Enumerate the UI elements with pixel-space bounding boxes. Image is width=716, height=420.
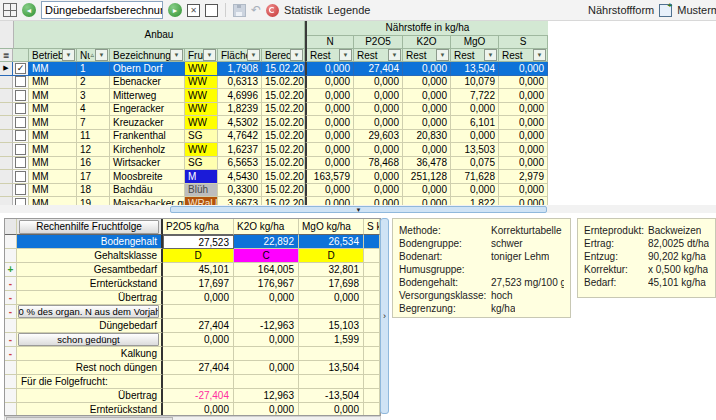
calc-value-cell[interactable]: 17,698 [299,277,364,291]
cell-rest-n[interactable]: 0,000 [305,89,354,103]
cell-rest-s[interactable]: 0,000 [499,62,548,76]
calc-row-label-button[interactable]: schon gedüngt [18,333,159,346]
cell-rest-mgo[interactable]: 6,101 [451,116,499,130]
calc-row-label[interactable]: Ernterückstand [17,277,163,291]
cell-betrieb[interactable]: MM [29,62,77,76]
calc-value-cell[interactable]: 22,892 [234,235,299,249]
calc-row-label[interactable]: Ernterückstand [17,403,163,416]
table-row[interactable]: MM11FrankenthalSG4,764215.02.20180,00029… [0,130,548,144]
calc-value-cell[interactable] [299,375,364,389]
calc-row-label[interactable]: Bodengehalt [17,235,163,249]
filter-icon[interactable]: ▼ [62,49,75,61]
cell-berechnung[interactable]: 15.02.2018 [262,184,305,198]
filter-icon[interactable]: ▼ [247,49,260,61]
row-indicator-cell[interactable] [0,143,13,157]
save-icon[interactable] [233,4,246,17]
cell-rest-p2o5[interactable]: 29,603 [354,130,403,144]
cell-nummer[interactable]: 7 [77,116,110,130]
column-header[interactable]: Rest▼ [451,49,499,62]
cell-bezeichnung[interactable]: Ebenacker [110,76,185,90]
cell-rest-p2o5[interactable]: 0,000 [354,103,403,117]
row-select-cell[interactable] [13,103,29,117]
row-indicator-cell[interactable] [0,76,13,90]
calc-value-cell[interactable]: 1,599 [299,333,364,347]
cell-berechnung[interactable]: 15.02.2018 [262,170,305,184]
calc-value-cell[interactable]: 32,801 [299,263,364,277]
cell-rest-k2o[interactable]: 0,000 [403,184,451,198]
cell-rest-mgo[interactable]: 13,503 [451,143,499,157]
cell-frucht[interactable]: SG [185,157,218,171]
cell-frucht[interactable]: WW [185,89,218,103]
view-select[interactable]: Düngebedarfsberechnung ▼ [41,1,163,19]
cell-rest-s[interactable]: 0,000 [499,143,548,157]
calc-row-label-button[interactable]: 10 % des organ. N aus dem Vorjahr [18,305,159,318]
row-select-cell[interactable] [13,157,29,171]
calc-value-cell[interactable]: -27,404 [163,389,234,403]
cell-rest-p2o5[interactable]: 0,000 [354,170,403,184]
calc-row[interactable]: -Ernterückstand17,697176,96717,698 [5,277,380,291]
column-header[interactable]: Rest▼ [499,49,548,62]
calc-row-label[interactable]: Für die Folgefrucht: [17,375,163,389]
calc-value-cell[interactable] [299,305,364,319]
cell-rest-k2o[interactable]: 0,000 [403,62,451,76]
row-select-cell[interactable] [13,116,29,130]
filter-icon[interactable]: ▼ [533,49,546,61]
cell-betrieb[interactable]: MM [29,184,77,198]
cell-rest-p2o5[interactable]: 0,000 [354,184,403,198]
table-row[interactable]: MM12KirchenholzWW1,623715.02.20180,0000,… [0,143,548,157]
row-checkbox[interactable] [15,117,26,128]
cell-bezeichnung[interactable]: Wirtsacker [110,157,185,171]
calc-value-cell[interactable]: 17,697 [163,277,234,291]
column-header[interactable]: Bezeichnung▼ [110,49,185,62]
cell-rest-k2o[interactable]: 20,830 [403,130,451,144]
calc-value-cell[interactable] [234,375,299,389]
column-header[interactable]: Berechnu▼ [262,49,305,62]
cell-nummer[interactable]: 1 [77,62,110,76]
calc-value-cell[interactable] [364,361,380,375]
row-indicator-cell[interactable]: ▶ [0,62,13,76]
cell-berechnung[interactable]: 15.02.2018 [262,143,305,157]
cell-betrieb[interactable]: MM [29,89,77,103]
cell-bezeichnung[interactable]: Mitterweg [110,89,185,103]
calc-value-cell[interactable]: 45,101 [163,263,234,277]
column-header[interactable]: Rest▼ [305,49,354,62]
row-select-cell[interactable] [13,89,29,103]
cell-rest-s[interactable]: 0,000 [499,76,548,90]
row-indicator-cell[interactable] [0,170,13,184]
row-indicator-cell[interactable] [0,103,13,117]
calc-row[interactable]: -schon gedüngt0,0000,0001,599 [5,333,380,347]
statistik-button[interactable]: Statistik [284,4,323,16]
cell-flaeche[interactable]: 4,5430 [218,170,262,184]
row-select-cell[interactable] [13,76,29,90]
row-checkbox[interactable] [15,90,26,101]
row-checkbox[interactable] [15,157,26,168]
undo-icon[interactable]: ↶ [251,4,261,16]
table-row[interactable]: MM16WirtsackerSG6,565315.02.20180,00078,… [0,157,548,171]
table-row[interactable]: MM3MitterwegWW4,699615.02.20180,0000,000… [0,89,548,103]
cell-rest-mgo[interactable]: 13,504 [451,62,499,76]
calc-value-cell[interactable] [364,333,380,347]
calc-value-cell[interactable]: 0,000 [234,361,299,375]
column-header[interactable]: Frucht▼ [185,49,218,62]
calc-value-cell[interactable] [364,249,380,263]
window-layout-icon[interactable] [3,3,17,17]
cell-rest-mgo[interactable]: 0,000 [451,103,499,117]
calc-value-cell[interactable]: 0,000 [163,333,234,347]
calc-row-label[interactable]: Gesamtbedarf [17,263,163,277]
cell-rest-s[interactable]: 0,000 [499,130,548,144]
row-select-cell[interactable] [13,184,29,198]
cell-nummer[interactable]: 16 [77,157,110,171]
cell-frucht[interactable]: WW [185,143,218,157]
calc-value-cell[interactable] [364,375,380,389]
calc-value-cell[interactable]: D [163,249,234,263]
nav-back-button[interactable]: ◄ [22,3,36,17]
filter-icon[interactable]: ▼ [436,49,449,61]
nutrient-form-icon[interactable] [659,4,672,17]
cell-betrieb[interactable]: MM [29,143,77,157]
row-indicator-cell[interactable] [0,89,13,103]
cell-flaeche[interactable]: 1,8239 [218,103,262,117]
calc-value-cell[interactable]: 0,000 [234,403,299,416]
row-checkbox[interactable]: ✓ [15,63,26,74]
column-header[interactable]: Nur▵▼ [77,49,110,62]
calc-value-cell[interactable] [364,403,380,416]
